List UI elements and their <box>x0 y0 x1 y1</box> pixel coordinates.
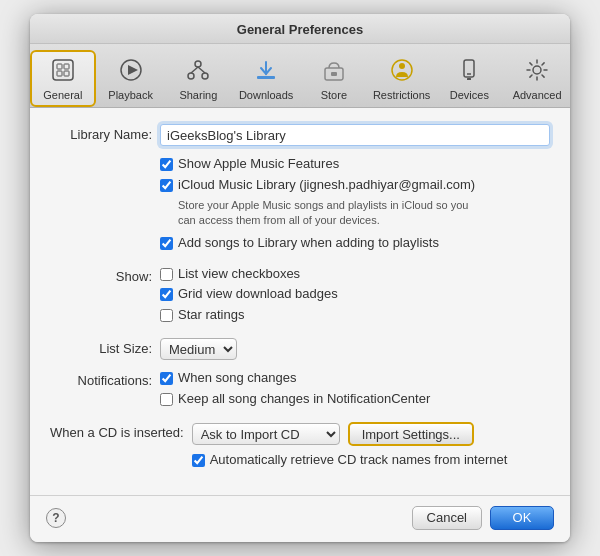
toolbar-item-sharing[interactable]: Sharing <box>166 50 232 107</box>
add-songs-row: Add songs to Library when adding to play… <box>160 235 550 252</box>
when-song-changes-row: When song changes <box>160 370 550 387</box>
library-name-label: Library Name: <box>50 124 160 142</box>
footer: ? Cancel OK <box>30 495 570 542</box>
toolbar-sharing-label: Sharing <box>179 89 217 101</box>
advanced-icon <box>521 54 553 86</box>
library-name-row: Library Name: <box>50 124 550 146</box>
content-area: Library Name: Show Apple Music Features … <box>30 108 570 495</box>
svg-point-17 <box>399 63 405 69</box>
svg-rect-3 <box>57 71 62 76</box>
toolbar: General Playback <box>30 44 570 108</box>
library-name-input[interactable] <box>160 124 550 146</box>
restrictions-icon <box>386 54 418 86</box>
cancel-button[interactable]: Cancel <box>412 506 482 530</box>
show-apple-music-row: Show Apple Music Features <box>160 156 550 173</box>
svg-rect-15 <box>331 72 337 76</box>
toolbar-item-general[interactable]: General <box>30 50 96 107</box>
list-size-label: List Size: <box>50 338 160 356</box>
ok-button[interactable]: OK <box>490 506 554 530</box>
library-name-content <box>160 124 550 146</box>
devices-icon <box>453 54 485 86</box>
svg-point-9 <box>202 73 208 79</box>
svg-rect-1 <box>57 64 62 69</box>
svg-rect-0 <box>53 60 73 80</box>
star-ratings-label: Star ratings <box>178 307 244 324</box>
preferences-dialog: General Preferences General <box>30 14 570 542</box>
toolbar-downloads-label: Downloads <box>239 89 293 101</box>
notifications-label: Notifications: <box>50 370 160 388</box>
when-song-changes-checkbox[interactable] <box>160 372 173 385</box>
toolbar-restrictions-label: Restrictions <box>373 89 430 101</box>
cd-inserted-label: When a CD is inserted: <box>50 422 192 440</box>
list-view-checkbox[interactable] <box>160 268 173 281</box>
toolbar-general-label: General <box>43 89 82 101</box>
list-view-label: List view checkboxes <box>178 266 300 283</box>
grid-view-checkbox[interactable] <box>160 288 173 301</box>
icloud-music-sub: Store your Apple Music songs and playlis… <box>178 198 550 229</box>
toolbar-item-restrictions[interactable]: Restrictions <box>369 50 435 107</box>
general-icon <box>47 54 79 86</box>
title-bar: General Preferences <box>30 14 570 44</box>
toolbar-store-label: Store <box>321 89 347 101</box>
list-view-checkboxes-row: List view checkboxes <box>160 266 550 283</box>
sharing-icon <box>182 54 214 86</box>
downloads-icon <box>250 54 282 86</box>
toolbar-advanced-label: Advanced <box>513 89 562 101</box>
cd-inserted-select[interactable]: Ask to Import CD Import CD Import CD and… <box>192 423 340 445</box>
keep-all-songs-label: Keep all song changes in NotificationCen… <box>178 391 430 408</box>
grid-view-row: Grid view download badges <box>160 286 550 303</box>
icloud-music-label: iCloud Music Library (jignesh.padhiyar@g… <box>178 177 475 194</box>
playback-icon <box>115 54 147 86</box>
svg-rect-20 <box>467 78 471 80</box>
notifications-row: Notifications: When song changes Keep al… <box>50 370 550 412</box>
cd-inserted-row: When a CD is inserted: Ask to Import CD … <box>50 422 550 473</box>
apple-music-row: Show Apple Music Features iCloud Music L… <box>50 156 550 255</box>
svg-line-10 <box>191 67 198 73</box>
add-songs-checkbox[interactable] <box>160 237 173 250</box>
store-icon <box>318 54 350 86</box>
show-label: Show: <box>50 266 160 284</box>
dialog-title: General Preferences <box>237 22 363 37</box>
grid-view-label: Grid view download badges <box>178 286 338 303</box>
toolbar-item-devices[interactable]: Devices <box>437 50 503 107</box>
list-size-select-row: Small Medium Large <box>160 338 550 360</box>
list-size-row: List Size: Small Medium Large <box>50 338 550 360</box>
toolbar-item-store[interactable]: Store <box>301 50 367 107</box>
auto-retrieve-row: Automatically retrieve CD track names fr… <box>192 452 550 469</box>
toolbar-item-advanced[interactable]: Advanced <box>504 50 570 107</box>
svg-point-7 <box>195 61 201 67</box>
svg-rect-13 <box>257 76 275 79</box>
svg-marker-6 <box>128 65 138 75</box>
svg-rect-2 <box>64 64 69 69</box>
svg-point-21 <box>533 66 541 74</box>
toolbar-devices-label: Devices <box>450 89 489 101</box>
svg-rect-4 <box>64 71 69 76</box>
toolbar-item-playback[interactable]: Playback <box>98 50 164 107</box>
icloud-music-checkbox[interactable] <box>160 179 173 192</box>
import-settings-button[interactable]: Import Settings... <box>348 422 474 446</box>
svg-line-11 <box>198 67 205 73</box>
keep-all-songs-checkbox[interactable] <box>160 393 173 406</box>
show-row: Show: List view checkboxes Grid view dow… <box>50 266 550 329</box>
auto-retrieve-label: Automatically retrieve CD track names fr… <box>210 452 508 469</box>
toolbar-playback-label: Playback <box>108 89 153 101</box>
star-ratings-row: Star ratings <box>160 307 550 324</box>
list-size-select[interactable]: Small Medium Large <box>160 338 237 360</box>
svg-point-8 <box>188 73 194 79</box>
auto-retrieve-checkbox[interactable] <box>192 454 205 467</box>
icloud-music-row: iCloud Music Library (jignesh.padhiyar@g… <box>160 177 550 194</box>
cd-insert-controls: Ask to Import CD Import CD Import CD and… <box>192 422 550 446</box>
star-ratings-checkbox[interactable] <box>160 309 173 322</box>
toolbar-item-downloads[interactable]: Downloads <box>233 50 299 107</box>
keep-all-songs-row: Keep all song changes in NotificationCen… <box>160 391 550 408</box>
help-button[interactable]: ? <box>46 508 66 528</box>
add-songs-label: Add songs to Library when adding to play… <box>178 235 439 252</box>
show-apple-music-checkbox[interactable] <box>160 158 173 171</box>
when-song-changes-label: When song changes <box>178 370 297 387</box>
show-apple-music-label: Show Apple Music Features <box>178 156 339 173</box>
footer-buttons: Cancel OK <box>412 506 554 530</box>
